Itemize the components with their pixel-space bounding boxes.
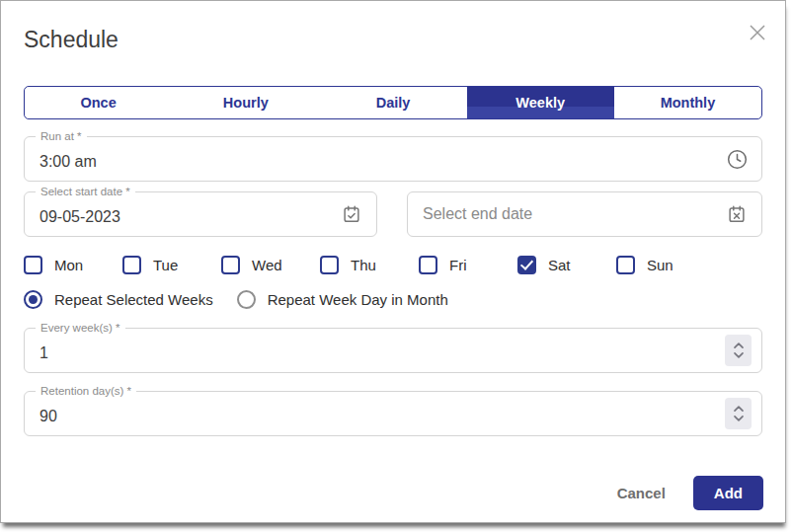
start-date-label: Select start date * [36,185,135,199]
clock-icon[interactable] [725,147,749,171]
checkbox-sun[interactable] [616,256,635,274]
close-icon[interactable] [749,24,766,41]
tab-once[interactable]: Once [25,87,172,118]
cancel-button[interactable]: Cancel [617,485,666,501]
every-weeks-label: Every week(s) * [36,321,125,336]
retention-days-label: Retention day(s) * [36,384,136,399]
retention-days-stepper-icon[interactable] [725,398,752,429]
schedule-dialog: Schedule Once Hourly Daily Weekly Monthl… [0,0,786,523]
weekday-sun[interactable]: Sun [616,256,715,274]
checkbox-wed[interactable] [221,256,240,274]
dialog-footer: Cancel Add [617,476,763,510]
end-date-field[interactable]: Select end date [407,191,762,237]
dialog-title: Schedule [24,27,762,53]
checkbox-fri[interactable] [419,256,437,274]
run-at-label: Run at * [36,129,87,144]
weekday-thu[interactable]: Thu [320,256,419,274]
weekday-tue[interactable]: Tue [122,256,221,274]
weekday-fri[interactable]: Fri [419,256,517,274]
every-weeks-value: 1 [40,344,48,362]
add-button[interactable]: Add [693,476,763,510]
run-at-value: 3:00 am [40,153,97,171]
weekday-wed[interactable]: Wed [221,256,320,274]
tab-daily[interactable]: Daily [319,87,466,118]
tab-weekly[interactable]: Weekly [467,87,614,118]
retention-days-value: 90 [40,408,57,425]
calendar-check-icon[interactable] [340,202,363,226]
repeat-week-day-in-month-option[interactable]: Repeat Week Day in Month [237,290,448,309]
retention-days-field[interactable]: Retention day(s) * 90 [24,391,762,436]
run-at-field[interactable]: Run at * 3:00 am [24,136,762,182]
repeat-selected-weeks-option[interactable]: Repeat Selected Weeks [24,290,213,309]
radio-unselected-icon[interactable] [237,290,256,309]
tab-hourly[interactable]: Hourly [172,87,319,118]
checkbox-mon[interactable] [24,256,42,274]
radio-selected-icon[interactable] [24,290,42,309]
every-weeks-stepper-icon[interactable] [725,335,752,366]
weekday-sat[interactable]: Sat [517,256,616,274]
start-date-value: 09-05-2023 [40,208,120,226]
weekday-checkbox-row: Mon Tue Wed Thu Fri Sat [24,254,762,275]
end-date-placeholder: Select end date [423,205,532,223]
start-date-field[interactable]: Select start date * 09-05-2023 [24,191,377,237]
checkbox-tue[interactable] [122,256,141,274]
schedule-frequency-tabs: Once Hourly Daily Weekly Monthly [24,86,762,119]
calendar-x-icon[interactable] [725,202,749,226]
tab-monthly[interactable]: Monthly [614,87,761,118]
weekday-mon[interactable]: Mon [24,256,122,274]
checkbox-thu[interactable] [320,256,339,274]
every-weeks-field[interactable]: Every week(s) * 1 [24,328,762,373]
checkbox-sat-checked[interactable] [517,256,536,274]
repeat-mode-radio-group: Repeat Selected Weeks Repeat Week Day in… [24,290,762,309]
